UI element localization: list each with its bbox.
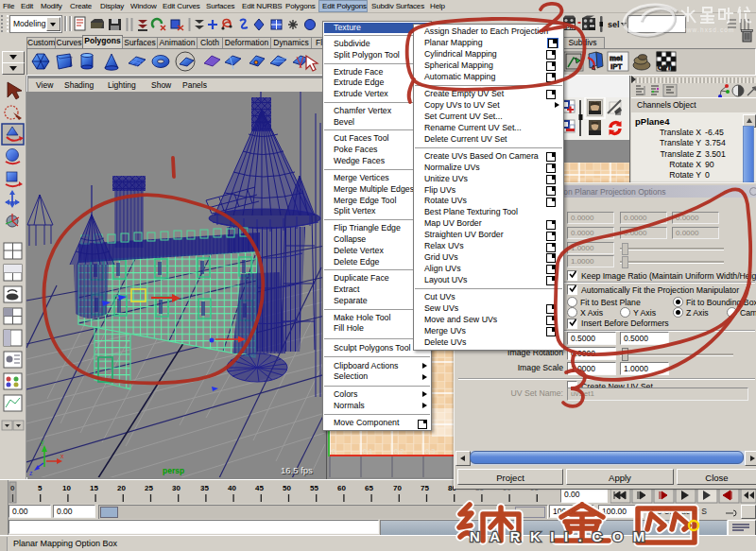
svg-text:OPT: OPT [658,64,672,71]
svg-text:IPR: IPR [564,25,573,30]
svg-text:10: 10 [62,484,71,492]
svg-text:15: 15 [90,484,98,492]
svg-text:75: 75 [421,484,429,492]
svg-text:55: 55 [310,484,318,492]
svg-text:20: 20 [117,484,126,492]
svg-text:30: 30 [172,484,180,492]
svg-text:45: 45 [255,484,264,492]
svg-text:60: 60 [337,484,346,492]
svg-text:65: 65 [365,484,373,492]
svg-text:40: 40 [228,484,236,492]
svg-text:70: 70 [393,484,402,492]
svg-text:y: y [41,439,44,446]
svg-text:25: 25 [145,484,153,492]
svg-text:35: 35 [200,484,209,492]
svg-text:50: 50 [283,484,291,492]
svg-text:x: x [60,453,64,459]
svg-text:z: z [29,470,33,476]
svg-text:5: 5 [38,484,43,492]
svg-text:persp: persp [163,466,184,475]
svg-text:IPT: IPT [610,62,623,71]
svg-text:16.5 fps: 16.5 fps [281,465,313,475]
svg-text:mel: mel [610,54,623,62]
